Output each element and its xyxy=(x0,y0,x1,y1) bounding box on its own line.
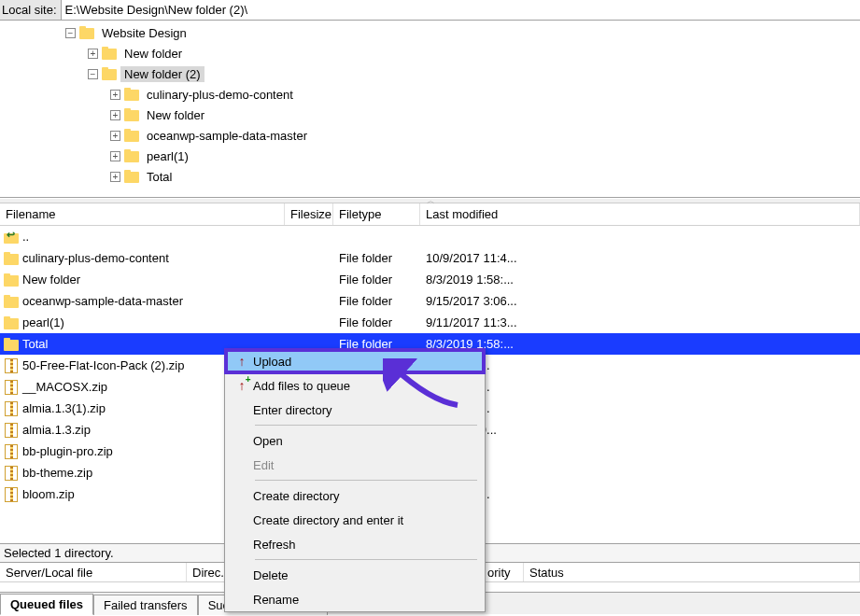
tree-label: Website Design xyxy=(98,25,190,41)
col-header-filename[interactable]: Filename xyxy=(0,203,285,225)
tree-label: Total xyxy=(143,169,176,185)
folder-icon xyxy=(79,26,94,39)
folder-icon xyxy=(4,295,19,308)
file-row[interactable]: New folder File folder 8/3/2019 1:58:... xyxy=(0,269,860,290)
col-header-priority[interactable]: ority xyxy=(482,563,524,581)
zip-icon xyxy=(5,401,18,416)
menu-item-rename[interactable]: Rename xyxy=(225,587,485,611)
zip-icon xyxy=(5,423,18,438)
tree-item[interactable]: + New folder xyxy=(0,105,860,125)
local-site-path-bar: Local site: xyxy=(0,0,860,21)
file-row[interactable]: pearl(1) File folder 9/11/2017 11:3... xyxy=(0,312,860,333)
expand-icon[interactable]: + xyxy=(110,90,120,100)
folder-icon xyxy=(102,47,117,60)
zip-icon xyxy=(5,466,18,481)
file-row[interactable]: culinary-plus-demo-content File folder 1… xyxy=(0,247,860,269)
file-context-menu: ↑ Upload ↑+ Add files to queue Enter dir… xyxy=(224,348,486,612)
upload-arrow-icon: ↑ xyxy=(239,354,246,369)
zip-icon xyxy=(5,358,18,373)
tree-label: New folder xyxy=(143,107,208,123)
folder-icon xyxy=(124,88,139,101)
menu-item-edit: Edit xyxy=(225,453,485,477)
collapse-icon[interactable]: − xyxy=(65,28,76,38)
menu-item-refresh[interactable]: Refresh xyxy=(225,532,485,556)
local-site-label: Local site: xyxy=(0,0,62,20)
col-header-status[interactable]: Status xyxy=(524,563,860,581)
menu-item-add-to-queue[interactable]: ↑+ Add files to queue xyxy=(225,373,485,398)
col-header-filetype[interactable]: Filetype xyxy=(333,203,420,225)
file-row[interactable]: oceanwp-sample-data-master File folder 9… xyxy=(0,290,860,312)
menu-separator xyxy=(255,480,477,481)
tree-label: oceanwp-sample-data-master xyxy=(143,128,311,144)
tree-item[interactable]: + culinary-plus-demo-content xyxy=(0,84,860,105)
menu-item-upload[interactable]: ↑ Upload xyxy=(225,349,485,373)
zip-icon xyxy=(5,487,18,502)
menu-item-open[interactable]: Open xyxy=(225,428,485,453)
collapse-icon[interactable]: − xyxy=(88,69,98,79)
tab-failed-transfers[interactable]: Failed transfers xyxy=(93,595,198,615)
folder-icon xyxy=(102,67,117,80)
col-header-serverfile[interactable]: Server/Local file xyxy=(0,563,187,581)
zip-icon xyxy=(5,444,18,459)
menu-item-create-and-enter[interactable]: Create directory and enter it xyxy=(225,508,485,532)
queue-arrow-icon: ↑+ xyxy=(239,378,246,393)
folder-icon xyxy=(4,316,19,329)
col-header-filesize[interactable]: Filesize xyxy=(285,203,333,225)
expand-icon[interactable]: + xyxy=(88,49,98,59)
expand-icon[interactable]: + xyxy=(110,151,120,161)
tree-label: New folder xyxy=(120,46,186,62)
tree-item[interactable]: − Website Design xyxy=(0,22,860,43)
tree-item[interactable]: − New folder (2) xyxy=(0,63,860,84)
tree-item[interactable]: + pearl(1) xyxy=(0,146,860,166)
menu-item-create-directory[interactable]: Create directory xyxy=(225,483,485,508)
folder-icon xyxy=(4,273,19,287)
col-header-modified[interactable]: Last modified xyxy=(420,203,860,225)
parent-dir-icon xyxy=(4,231,19,244)
expand-icon[interactable]: + xyxy=(110,110,120,120)
expand-icon[interactable]: + xyxy=(110,172,120,182)
tree-item[interactable]: + oceanwp-sample-data-master xyxy=(0,125,860,146)
menu-item-delete[interactable]: Delete xyxy=(225,563,485,587)
folder-icon xyxy=(4,252,19,265)
menu-separator xyxy=(255,559,477,560)
tree-item[interactable]: + Total xyxy=(0,166,860,187)
folder-icon xyxy=(124,108,139,121)
folder-icon xyxy=(124,170,139,183)
file-row-updir[interactable]: .. xyxy=(0,226,860,247)
local-site-path-input[interactable] xyxy=(62,0,860,20)
folder-icon xyxy=(124,129,139,142)
folder-icon xyxy=(124,149,139,162)
file-list-header: Filename Filesize Filetype Last modified xyxy=(0,203,860,226)
tab-queued-files[interactable]: Queued files xyxy=(0,594,93,615)
zip-icon xyxy=(5,380,18,395)
tree-item[interactable]: + New folder xyxy=(0,43,860,63)
tree-label: New folder (2) xyxy=(120,66,204,82)
tree-label: pearl(1) xyxy=(143,148,192,164)
expand-icon[interactable]: + xyxy=(110,131,120,141)
tree-label: culinary-plus-demo-content xyxy=(143,87,297,103)
local-folder-tree[interactable]: − Website Design + New folder − New fold… xyxy=(0,21,860,198)
folder-icon xyxy=(4,338,19,351)
menu-separator xyxy=(255,425,477,426)
menu-item-enter-directory[interactable]: Enter directory xyxy=(225,398,485,422)
